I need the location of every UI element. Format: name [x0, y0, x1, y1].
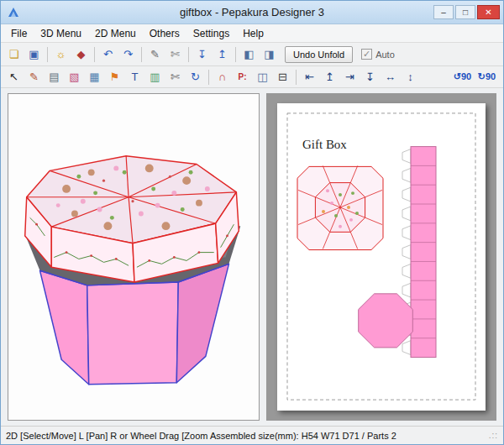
page-margin-border: [287, 113, 475, 400]
auto-checkbox[interactable]: ✓: [361, 49, 372, 60]
menu-help[interactable]: Help: [236, 25, 270, 42]
insert-image-icon[interactable]: ▥: [145, 68, 165, 86]
edit-flap-icon[interactable]: ✎: [24, 68, 44, 86]
resize-grip[interactable]: .::: [489, 431, 498, 440]
eraser-icon[interactable]: ✎: [145, 45, 165, 63]
align-bottom-icon[interactable]: ↧: [360, 68, 380, 86]
save-icon[interactable]: ▣: [24, 45, 44, 63]
keyboard-icon[interactable]: ▤: [45, 68, 64, 86]
toolbar-separator: [188, 47, 189, 62]
redo-icon[interactable]: ↷: [118, 45, 138, 63]
split-up-icon[interactable]: ↥: [213, 45, 232, 63]
pepakura-window: giftbox - Pepakura Designer 3 – □ ✕ File…: [0, 0, 504, 445]
menu-file[interactable]: File: [4, 25, 34, 42]
material-color-icon[interactable]: ▧: [65, 68, 84, 86]
knife-icon[interactable]: ✄: [165, 45, 185, 63]
status-bar: 2D [Select/Move] L [Pan] R or Wheel Drag…: [1, 426, 503, 444]
part-number-icon[interactable]: P:: [233, 68, 252, 86]
strip-body: [411, 147, 436, 358]
auto-checkbox-group: ✓ Auto: [361, 49, 395, 60]
toolbar-separator: [296, 70, 297, 85]
toolbar-separator: [47, 47, 48, 62]
title-bar[interactable]: giftbox - Pepakura Designer 3 – □ ✕: [1, 1, 503, 24]
scissors-icon[interactable]: ✄: [165, 68, 185, 86]
toolbar-separator: [235, 47, 236, 62]
box-face-right: [176, 264, 228, 382]
join-pieces-icon[interactable]: ∩: [213, 68, 232, 86]
lightbulb-icon[interactable]: ☼: [51, 45, 71, 63]
merge-down-icon[interactable]: ↧: [192, 45, 212, 63]
add-text-icon[interactable]: T: [125, 68, 144, 86]
toolbar-separator: [208, 70, 209, 85]
status-text: 2D [Select/Move] L [Pan] R or Wheel Drag…: [6, 431, 396, 441]
view-cube-icon[interactable]: ◆: [71, 45, 91, 63]
minimize-button[interactable]: –: [433, 5, 454, 19]
align-left-icon[interactable]: ⇤: [300, 68, 319, 86]
pattern-page[interactable]: Gift Box: [277, 103, 486, 411]
align-right-icon[interactable]: ⇥: [340, 68, 360, 86]
toolbar-edit: ↖ ✎ ▤ ▧ ▦ ⚑ T ▥ ✄ ↻ ∩ P: ◫ ⊟ ⇤ ↥ ⇥ ↧ ↔ ↕…: [1, 66, 503, 88]
undo-icon[interactable]: ↶: [98, 45, 118, 63]
rotate-cw-90-icon[interactable]: ↻90: [475, 68, 498, 86]
flag-icon[interactable]: ⚑: [105, 68, 124, 86]
select-move-icon[interactable]: ↖: [4, 68, 24, 86]
undo-unfold-button[interactable]: Undo Unfold: [285, 46, 353, 63]
pattern-title: Gift Box: [302, 138, 347, 151]
layout-3d-2d-icon[interactable]: ◧: [239, 45, 259, 63]
window-layout-icon[interactable]: ◫: [253, 68, 272, 86]
menu-2d[interactable]: 2D Menu: [88, 25, 143, 42]
print-icon[interactable]: ⊟: [273, 68, 292, 86]
rotate-ccw-90-icon[interactable]: ↺90: [451, 68, 474, 86]
app-icon: [7, 6, 20, 19]
toolbar-separator: [141, 47, 142, 62]
layout-2d-3d-icon[interactable]: ◨: [260, 45, 279, 63]
window-controls: – □ ✕: [432, 5, 500, 19]
open-file-icon[interactable]: ❏: [4, 45, 24, 63]
box-face-left: [39, 270, 88, 385]
menu-settings[interactable]: Settings: [186, 25, 236, 42]
close-button[interactable]: ✕: [477, 5, 500, 19]
auto-checkbox-label: Auto: [375, 50, 395, 60]
distribute-h-icon[interactable]: ↔: [381, 68, 400, 86]
distribute-v-icon[interactable]: ↕: [401, 68, 420, 86]
main-split: Gift Box: [1, 88, 503, 426]
menu-bar: File 3D Menu 2D Menu Others Settings Hel…: [1, 24, 503, 43]
menu-3d[interactable]: 3D Menu: [34, 25, 88, 42]
unfolded-lid-piece[interactable]: [297, 165, 383, 249]
view-2d-pane[interactable]: Gift Box: [266, 93, 496, 421]
rotate-90-group: ↺90 ↻90: [451, 68, 498, 86]
texture-icon[interactable]: ▦: [85, 68, 104, 86]
maximize-button[interactable]: □: [455, 5, 475, 19]
3d-model-canvas[interactable]: [8, 94, 259, 420]
align-top-icon[interactable]: ↥: [320, 68, 339, 86]
window-title: giftbox - Pepakura Designer 3: [1, 6, 503, 18]
toolbar-separator: [94, 47, 95, 62]
2d-pattern-canvas[interactable]: Gift Box: [277, 103, 486, 411]
view-3d-pane[interactable]: [8, 93, 260, 421]
menu-others[interactable]: Others: [143, 25, 186, 42]
box-face-front: [87, 282, 179, 385]
rotate-piece-icon[interactable]: ↻: [186, 68, 205, 86]
bottom-octagon-piece[interactable]: [359, 294, 413, 348]
toolbar-main: ❏ ▣ ☼ ◆ ↶ ↷ ✎ ✄ ↧ ↥ ◧ ◨ Undo Unfold ✓ Au…: [1, 43, 503, 66]
